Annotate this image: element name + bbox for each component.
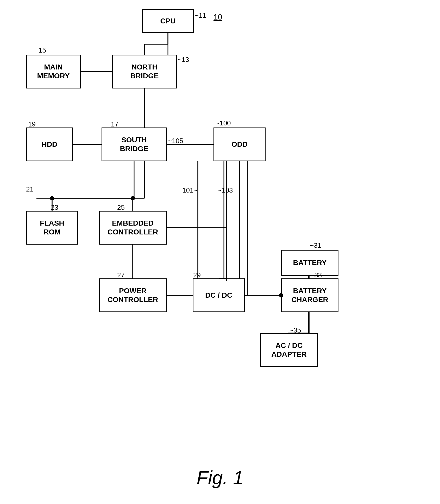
ref-103: ~103 [218, 186, 233, 194]
embedded-controller-box: EMBEDDEDCONTROLLER [99, 211, 167, 245]
south-bridge-box: SOUTHBRIDGE [102, 127, 167, 161]
battery-charger-label: BATTERYCHARGER [291, 286, 328, 304]
svg-point-9 [50, 196, 54, 200]
svg-point-42 [131, 196, 135, 200]
dc-dc-box: DC / DC [193, 278, 245, 312]
ac-dc-adapter-box: AC / DCADAPTER [260, 333, 318, 367]
ref-19: 19 [28, 120, 36, 128]
odd-label: ODD [231, 140, 248, 149]
flash-rom-box: FLASHROM [26, 211, 78, 245]
svg-point-41 [50, 196, 54, 200]
cpu-label: CPU [160, 17, 175, 25]
ref-35: ~35 [290, 326, 301, 334]
ref-27: 27 [117, 271, 125, 279]
ref-101: 101~ [182, 186, 198, 194]
ref-11: ~11 [195, 11, 206, 20]
main-memory-label: MAINMEMORY [37, 63, 70, 80]
power-controller-box: POWERCONTROLLER [99, 278, 167, 312]
hdd-label: HDD [42, 140, 58, 149]
flash-rom-label: FLASHROM [40, 219, 64, 236]
north-bridge-label: NORTHBRIDGE [130, 63, 159, 80]
ref-100: ~100 [216, 119, 231, 127]
power-controller-label: POWERCONTROLLER [108, 286, 158, 304]
ref-31: ~31 [310, 241, 321, 250]
embedded-controller-label: EMBEDDEDCONTROLLER [108, 219, 158, 236]
ref-23: 23 [51, 203, 58, 212]
north-bridge-box: NORTHBRIDGE [112, 55, 177, 88]
ref-33: ~33 [310, 271, 322, 279]
dc-dc-label: DC / DC [205, 291, 232, 300]
ref-13: ~13 [178, 56, 189, 64]
ref-25: 25 [117, 203, 125, 212]
ref-17: 17 [111, 120, 118, 128]
ref-105: ~105 [168, 137, 183, 145]
cpu-box: CPU [142, 9, 194, 33]
diagram-container: CPU NORTHBRIDGE MAINMEMORY SOUTHBRIDGE H… [0, 0, 440, 504]
ref-21: 21 [26, 185, 34, 193]
ref-29: 29 [193, 271, 201, 279]
main-memory-box: MAINMEMORY [26, 55, 81, 88]
south-bridge-label: SOUTHBRIDGE [120, 136, 148, 153]
ref-10: 10 [213, 12, 222, 21]
fig-label: Fig. 1 [197, 467, 243, 488]
odd-box: ODD [213, 127, 266, 161]
ref-15: 15 [39, 46, 46, 54]
hdd-box: HDD [26, 127, 73, 161]
battery-label: BATTERY [293, 258, 326, 267]
svg-point-10 [131, 196, 135, 200]
battery-charger-box: BATTERYCHARGER [281, 278, 338, 312]
ac-dc-adapter-label: AC / DCADAPTER [271, 341, 306, 359]
battery-box: BATTERY [281, 250, 338, 276]
